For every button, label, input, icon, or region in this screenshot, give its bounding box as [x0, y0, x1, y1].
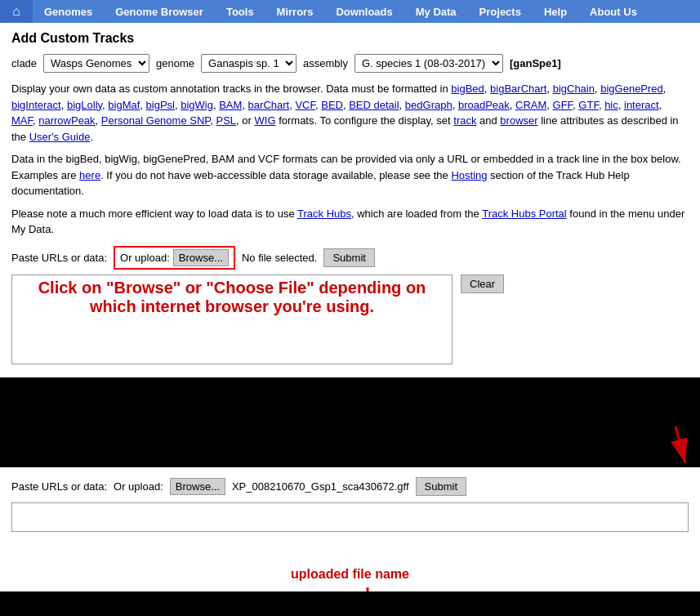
clade-row: clade Wasps Genomes genome Ganaspis sp. … — [11, 54, 689, 73]
page-title: Add Custom Tracks — [11, 31, 689, 46]
link-bigwig[interactable]: bigWig — [181, 99, 213, 111]
link-wig[interactable]: WIG — [255, 114, 276, 127]
link-interact[interactable]: interact — [624, 99, 659, 111]
bottom-paste-row: Paste URLs or data: Or upload: Browse...… — [11, 477, 689, 496]
genome-label: genome — [156, 57, 194, 69]
link-biglolly[interactable]: bigLolly — [67, 99, 102, 111]
nav-my-data[interactable]: My Data — [404, 0, 468, 23]
link-track-hubs[interactable]: Track Hubs — [297, 208, 351, 220]
description-text-2: Data in the bigBed, bigWig, bigGenePred,… — [11, 151, 689, 199]
main-content: Add Custom Tracks clade Wasps Genomes ge… — [0, 23, 700, 377]
or-upload-label: Or upload: — [120, 252, 170, 264]
nav-projects[interactable]: Projects — [468, 0, 533, 23]
nav-downloads[interactable]: Downloads — [324, 0, 404, 23]
bottom-upload-label: Or upload: — [114, 480, 163, 493]
nav-help[interactable]: Help — [533, 0, 578, 23]
link-hosting[interactable]: Hosting — [451, 169, 487, 181]
assembly-select[interactable]: G. species 1 (08-03-2017) — [354, 54, 503, 73]
link-examples-here[interactable]: here — [79, 169, 100, 181]
link-gff[interactable]: GFF — [553, 99, 573, 111]
top-navigation: ⌂ Genomes Genome Browser Tools Mirrors D… — [0, 0, 700, 23]
black-divider — [0, 377, 700, 467]
link-maf[interactable]: MAF — [11, 114, 33, 127]
link-barchart[interactable]: barChart — [248, 99, 290, 111]
link-bigbarchart[interactable]: bigBarChart — [490, 83, 546, 95]
link-bigchain[interactable]: bigChain — [553, 83, 595, 95]
link-bigbed[interactable]: bigBed — [451, 83, 484, 95]
link-narrowpeak[interactable]: narrowPeak — [38, 114, 95, 127]
paste-textarea[interactable] — [16, 279, 448, 360]
nav-genomes[interactable]: Genomes — [33, 0, 104, 23]
bottom-wrapper: Paste URLs or data: Or upload: Browse...… — [0, 467, 700, 591]
arrow-to-submit — [626, 418, 692, 484]
bottom-browse-button[interactable]: Browse... — [170, 478, 225, 495]
home-button[interactable]: ⌂ — [0, 0, 33, 23]
paste-label: Paste URLs or data: — [11, 252, 107, 264]
link-bigpsl[interactable]: bigPsl — [146, 99, 175, 111]
arrow-to-filename — [319, 583, 417, 591]
link-users-guide[interactable]: User's Guide — [29, 131, 91, 143]
link-gtf[interactable]: GTF — [578, 99, 599, 111]
link-vcf[interactable]: VCF — [295, 99, 315, 111]
upload-box: Or upload: Browse... — [114, 246, 235, 270]
browse-button[interactable]: Browse... — [173, 249, 229, 266]
paste-upload-row: Paste URLs or data: Or upload: Browse...… — [11, 246, 689, 270]
link-track[interactable]: track — [453, 114, 476, 127]
link-bedgraph[interactable]: bedGraph — [405, 99, 453, 111]
uploaded-file-label: uploaded file name — [11, 567, 689, 582]
link-bed-detail[interactable]: BED detail — [349, 99, 399, 111]
uploaded-file-name: XP_008210670_Gsp1_sca430672.gff — [232, 480, 409, 493]
assembly-label: assembly — [303, 57, 348, 69]
link-hic[interactable]: hic — [604, 99, 618, 111]
home-icon: ⌂ — [12, 4, 20, 19]
link-cram[interactable]: CRAM — [515, 99, 546, 111]
nav-mirrors[interactable]: Mirrors — [265, 0, 325, 23]
clade-select[interactable]: Wasps Genomes — [43, 54, 149, 73]
bottom-submit-button[interactable]: Submit — [416, 477, 466, 496]
genome-select[interactable]: Ganaspis sp. 1 — [201, 54, 296, 73]
link-biginteract[interactable]: bigInteract — [11, 99, 61, 111]
bottom-section: Paste URLs or data: Or upload: Browse...… — [0, 467, 700, 591]
bottom-paste-label: Paste URLs or data: — [11, 480, 107, 493]
assembly-id: [ganSpe1] — [510, 57, 561, 69]
link-track-hubs-portal[interactable]: Track Hubs Portal — [482, 208, 567, 220]
clear-button[interactable]: Clear — [461, 275, 504, 293]
submit-button[interactable]: Submit — [323, 248, 374, 267]
description-text-3: Please note a much more efficient way to… — [11, 206, 689, 238]
data-textarea-wrapper: Click on "Browse" or "Choose File" depen… — [11, 275, 453, 364]
bottom-paste-textarea[interactable] — [11, 502, 689, 532]
description-text-1: Display your own data as custom annotati… — [11, 81, 689, 145]
nav-genome-browser[interactable]: Genome Browser — [104, 0, 215, 23]
link-biggenepred[interactable]: bigGenePred — [600, 83, 663, 95]
nav-about-us[interactable]: About Us — [578, 0, 649, 23]
link-personal-genome-snp[interactable]: Personal Genome SNP — [101, 114, 210, 127]
link-bed[interactable]: BED — [321, 99, 343, 111]
svg-line-1 — [675, 426, 685, 463]
link-browser[interactable]: browser — [500, 114, 537, 127]
clade-label: clade — [11, 57, 37, 69]
link-broadpeak[interactable]: broadPeak — [458, 99, 510, 111]
link-bam[interactable]: BAM — [219, 99, 242, 111]
nav-tools[interactable]: Tools — [215, 0, 265, 23]
link-psl[interactable]: PSL — [216, 114, 237, 127]
textarea-row: Click on "Browse" or "Choose File" depen… — [11, 275, 689, 364]
no-file-text: No file selected. — [242, 252, 318, 264]
link-bigmaf[interactable]: bigMaf — [108, 99, 140, 111]
